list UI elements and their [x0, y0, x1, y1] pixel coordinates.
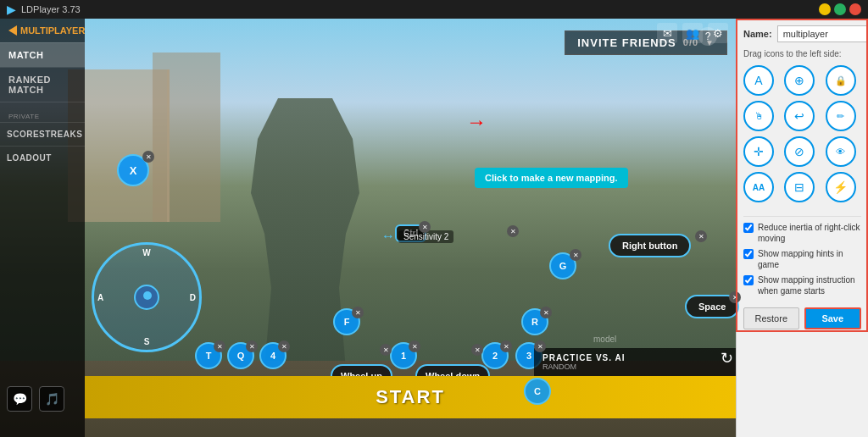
sidebar-item-ranked[interactable]: RANKED MATCH — [0, 67, 85, 102]
joystick-center — [134, 285, 159, 310]
key-g-close[interactable]: ✕ — [570, 249, 581, 261]
key-t-close[interactable]: ✕ — [214, 340, 225, 352]
joystick-dot — [143, 291, 152, 300]
sidebar-item-scorestreaks[interactable]: SCORESTREAKS — [0, 122, 85, 146]
mapping-icon-lightning[interactable]: ⚡ — [826, 172, 856, 202]
key-x-close[interactable]: ✕ — [142, 151, 154, 163]
panel-divider — [743, 216, 861, 217]
ctrl-close[interactable]: ✕ — [419, 221, 431, 233]
invite-bar: INVITE FRIENDS 0/0 ▼ — [85, 25, 736, 59]
title-bar: ▶ LDPlayer 3.73 — [0, 0, 868, 19]
sidebar-item-match[interactable]: MATCH — [0, 42, 85, 67]
ld-logo-icon: ▶ — [7, 3, 16, 16]
mapping-icon-eye[interactable]: 👁 — [826, 136, 856, 167]
restore-button[interactable]: Restore — [743, 307, 799, 329]
settings-icon[interactable]: ⚙ — [708, 23, 728, 43]
icon-grid: A ⊕ 🔒 🖱 ↩ ✏ ✛ ⊘ 👁 AA ⊟ ⚡ — [743, 65, 861, 202]
users-icon[interactable]: 👥 — [682, 23, 703, 43]
wasd-d-label: D — [190, 293, 196, 302]
close-button[interactable] — [849, 3, 861, 15]
panel-drag-label: Drag icons to the left side: — [743, 49, 861, 58]
checkbox-instruction-row: Show mapping instruction when game start… — [743, 274, 861, 296]
maximize-button[interactable] — [834, 3, 846, 15]
back-label: MULTIPLAYER — [20, 25, 85, 36]
key-f-label: F — [344, 317, 350, 327]
chat-button[interactable]: 💬 — [7, 386, 32, 412]
panel-name-label: Name: — [743, 29, 772, 39]
mapping-icon-ban[interactable]: ⊘ — [784, 136, 815, 167]
mute-button[interactable]: 🎵 — [39, 386, 64, 412]
save-button[interactable]: Save — [804, 307, 862, 329]
mapping-icon-crosshair[interactable]: ⊕ — [784, 65, 815, 96]
practice-refresh-icon[interactable]: ↻ — [721, 349, 733, 368]
right-button-label: Right button — [622, 241, 677, 251]
mapping-icon-scroll[interactable]: 🖱 — [743, 101, 774, 131]
mail-icon[interactable]: ✉ — [657, 23, 677, 43]
joystick-overlay[interactable]: W A D S — [92, 242, 202, 352]
sidebar-item-loadout[interactable]: LOADOUT — [0, 146, 85, 169]
key-2-close[interactable]: ✕ — [500, 340, 512, 352]
key-q-close[interactable]: ✕ — [246, 340, 258, 352]
mapping-icon-lock[interactable]: 🔒 — [826, 65, 856, 96]
practice-title: PRACTICE VS. AI — [542, 353, 727, 362]
sensitivity-control[interactable]: ↔ Sensitivity 2 — [381, 229, 453, 244]
wheel-down-close[interactable]: ✕ — [471, 344, 483, 356]
start-button[interactable]: START — [85, 376, 736, 418]
key-4-label: 4 — [270, 351, 275, 361]
panel-buttons: Restore Save — [743, 307, 861, 329]
wasd-s-label: S — [144, 337, 150, 346]
panel-name-row: Name: ▾ — [743, 25, 861, 42]
key-1-close[interactable]: ✕ — [409, 340, 420, 352]
key-r-close[interactable]: ✕ — [540, 307, 552, 318]
sensitivity-arrows-icon: ↔ — [381, 229, 395, 244]
key-1-label: 1 — [401, 351, 406, 361]
checkbox-inertia[interactable] — [743, 223, 754, 233]
start-label: START — [376, 386, 445, 408]
key-q-label: Q — [237, 351, 245, 361]
app-title: LDPlayer 3.73 — [21, 4, 81, 14]
back-button[interactable]: MULTIPLAYER — [0, 19, 85, 42]
key-f-close[interactable]: ✕ — [352, 307, 364, 318]
key-c-label: C — [534, 386, 541, 396]
wheel-up-close[interactable]: ✕ — [380, 344, 392, 356]
checkbox-hints-row: Show mapping hints in game — [743, 248, 861, 270]
key-4-close[interactable]: ✕ — [278, 340, 290, 352]
model-text: model — [593, 335, 616, 344]
private-label: PRIVATE — [0, 102, 85, 122]
title-bar-controls[interactable] — [819, 3, 861, 15]
mapping-icon-aa[interactable]: AA — [743, 172, 774, 202]
practice-section[interactable]: PRACTICE VS. AI RANDOM — [534, 348, 736, 376]
key-g-label: G — [559, 261, 567, 271]
panel-name-input[interactable] — [777, 25, 868, 42]
key-x-label: X — [130, 164, 137, 177]
space-button-close[interactable]: ✕ — [729, 291, 741, 303]
start-section: START — [85, 376, 736, 418]
right-panel: Name: ▾ Drag icons to the left side: A ⊕… — [736, 19, 868, 437]
mapping-icon-display[interactable]: ⊟ — [784, 172, 815, 202]
checkbox-instruction-label: Show mapping instruction when game start… — [758, 274, 861, 296]
key-3-close[interactable]: ✕ — [534, 340, 546, 352]
wasd-w-label: W — [142, 248, 150, 257]
mapping-icon-pencil[interactable]: ✏ — [826, 101, 856, 131]
back-arrow-icon — [8, 25, 17, 36]
left-sidebar: MULTIPLAYER MATCH RANKED MATCH PRIVATE S… — [0, 19, 85, 437]
checkbox-instruction[interactable] — [743, 275, 754, 285]
mapping-icon-plus[interactable]: ✛ — [743, 136, 774, 167]
right-button-close[interactable]: ✕ — [695, 230, 707, 242]
checkbox-hints[interactable] — [743, 249, 754, 259]
right-button[interactable]: Right button — [609, 234, 691, 257]
header-icons: ✉ 👥 ⚙ — [657, 23, 728, 43]
key-c-badge[interactable]: C — [524, 378, 551, 405]
space-button-label: Space — [698, 301, 726, 312]
mapping-icon-a[interactable]: A — [743, 65, 774, 96]
mapping-tooltip[interactable]: Click to make a new mapping. — [475, 168, 628, 188]
sensitivity-close[interactable]: ✕ — [507, 225, 519, 237]
checkbox-inertia-row: Reduce inertia of right-click moving — [743, 222, 861, 244]
key-t-label: T — [206, 351, 212, 361]
mapping-icon-gesture[interactable]: ↩ — [784, 101, 815, 131]
checkbox-inertia-label: Reduce inertia of right-click moving — [758, 222, 861, 244]
wasd-a-label: A — [97, 293, 103, 302]
minimize-button[interactable] — [819, 3, 831, 15]
checkbox-hints-label: Show mapping hints in game — [758, 248, 861, 270]
practice-mode: RANDOM — [542, 362, 727, 371]
